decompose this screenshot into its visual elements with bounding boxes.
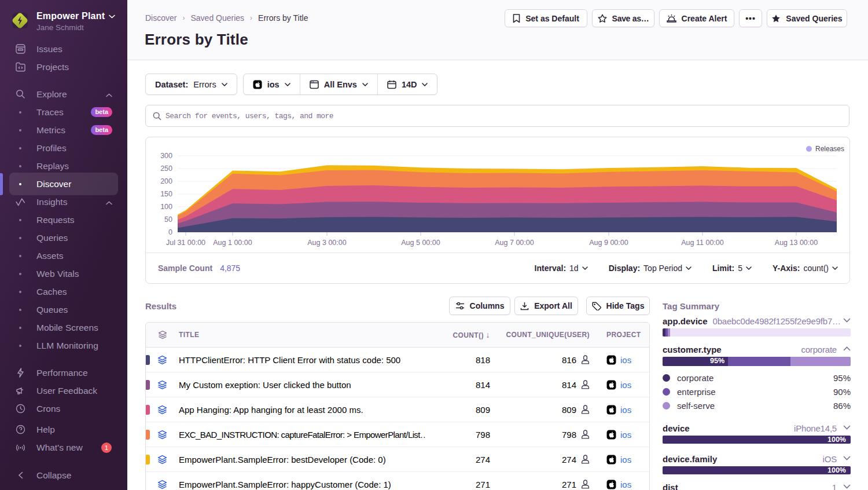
svg-text:Jul 31 00:00: Jul 31 00:00: [166, 239, 205, 247]
svg-text:250: 250: [160, 164, 172, 173]
svg-text:Aug 5 00:00: Aug 5 00:00: [401, 239, 440, 247]
svg-text:Aug 9 00:00: Aug 9 00:00: [589, 239, 628, 247]
svg-text:Aug 7 00:00: Aug 7 00:00: [495, 239, 534, 247]
svg-text:Aug 11 00:00: Aug 11 00:00: [681, 239, 723, 247]
svg-text:50: 50: [164, 215, 172, 224]
svg-text:Aug 1 00:00: Aug 1 00:00: [213, 239, 252, 247]
svg-text:Aug 3 00:00: Aug 3 00:00: [307, 239, 346, 247]
svg-text:0: 0: [168, 228, 172, 236]
svg-text:150: 150: [160, 190, 172, 198]
svg-text:300: 300: [160, 152, 172, 160]
svg-text:200: 200: [160, 177, 172, 185]
svg-text:Releases: Releases: [815, 145, 844, 153]
svg-text:100: 100: [160, 203, 172, 211]
svg-text:Aug 13 00:00: Aug 13 00:00: [775, 239, 818, 247]
